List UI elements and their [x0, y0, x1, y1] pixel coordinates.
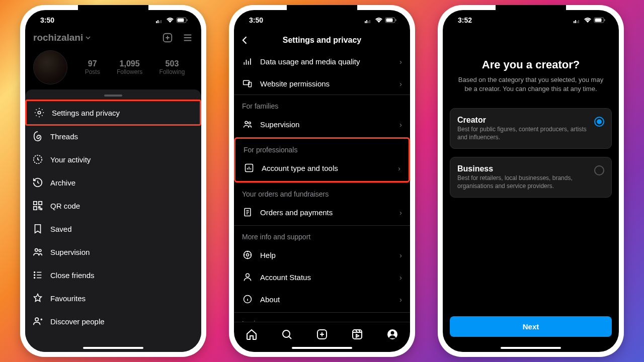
bars-icon	[242, 56, 253, 67]
avatar[interactable]	[33, 50, 67, 84]
receipt-icon	[242, 207, 253, 218]
svg-point-14	[39, 249, 41, 252]
person-icon	[242, 272, 253, 283]
menu-close-friends[interactable]: Close friends	[25, 263, 201, 287]
svg-rect-44	[578, 20, 579, 23]
battery-icon	[594, 17, 606, 23]
svg-point-15	[34, 272, 35, 273]
wifi-icon	[584, 17, 592, 23]
svg-rect-3	[160, 20, 162, 23]
battery-icon	[176, 17, 188, 23]
row-account-status[interactable]: Account Status ›	[234, 266, 410, 288]
menu-label: Your activity	[50, 155, 91, 164]
username-dropdown[interactable]: rochizalani	[33, 32, 91, 43]
status-indicators	[156, 17, 188, 23]
menu-favourites[interactable]: Favourites	[25, 287, 201, 310]
wifi-icon	[166, 17, 174, 23]
dual-sim-icon	[156, 18, 164, 23]
row-website[interactable]: Website permissions ›	[234, 72, 410, 95]
menu-sheet: Settings and privacy Threads Your activi…	[25, 89, 201, 352]
dual-sim-icon	[365, 18, 373, 23]
archive-icon	[32, 177, 43, 188]
svg-point-16	[34, 275, 35, 276]
row-account-type[interactable]: Account type and tools ›	[235, 157, 409, 179]
next-button[interactable]: Next	[450, 316, 612, 337]
row-orders[interactable]: Orders and payments ›	[234, 201, 410, 223]
svg-rect-6	[187, 19, 188, 21]
chart-box-icon	[244, 162, 255, 173]
status-indicators	[365, 17, 397, 23]
chevron-right-icon: ›	[399, 57, 402, 66]
home-indicator[interactable]	[292, 347, 352, 349]
svg-rect-25	[395, 19, 396, 21]
stat-posts[interactable]: 97 Posts	[85, 59, 100, 75]
activity-icon	[32, 154, 43, 165]
svg-rect-22	[369, 20, 370, 23]
dual-sim-icon	[574, 18, 582, 23]
svg-point-40	[391, 331, 394, 334]
menu-saved[interactable]: Saved	[25, 217, 201, 240]
tab-bar	[234, 322, 410, 346]
reels-icon[interactable]	[351, 328, 363, 340]
stat-followers[interactable]: 1,095 Followers	[117, 59, 142, 75]
row-help[interactable]: Help ›	[234, 244, 410, 266]
section-professionals: For professionals	[235, 139, 409, 157]
menu-settings-privacy[interactable]: Settings and privacy	[25, 100, 201, 126]
status-indicators	[574, 17, 606, 23]
menu-discover[interactable]: Discover people	[25, 310, 201, 333]
option-title: Business	[457, 164, 588, 173]
svg-rect-12	[34, 207, 37, 210]
threads-icon	[32, 131, 43, 142]
create-icon[interactable]	[162, 32, 173, 43]
svg-rect-21	[368, 21, 369, 23]
row-about[interactable]: About ›	[234, 288, 410, 310]
chevron-down-icon	[85, 35, 91, 41]
svg-rect-0	[156, 21, 157, 23]
menu-label: Supervision	[50, 248, 90, 256]
sheet-grabber[interactable]	[104, 95, 122, 97]
qr-icon	[32, 200, 43, 211]
option-creator[interactable]: Creator Best for public figures, content…	[450, 108, 612, 149]
chevron-right-icon: ›	[399, 208, 402, 217]
search-icon[interactable]	[281, 328, 293, 340]
option-desc: Best for retailers, local businesses, br…	[457, 174, 588, 190]
svg-rect-38	[353, 330, 362, 339]
section-families: For families	[234, 95, 410, 113]
info-icon	[242, 294, 253, 305]
menu-label: Saved	[50, 225, 72, 233]
chevron-right-icon: ›	[399, 295, 402, 304]
menu-archive[interactable]: Archive	[25, 171, 201, 194]
create-icon[interactable]	[316, 328, 328, 340]
svg-rect-24	[386, 19, 393, 22]
row-supervision[interactable]: Supervision ›	[234, 113, 410, 135]
menu-supervision[interactable]: Supervision	[25, 240, 201, 263]
settings-list[interactable]: Data usage and media quality › Website p…	[234, 50, 410, 322]
status-time: 3:50	[249, 16, 263, 24]
home-indicator[interactable]	[501, 347, 561, 349]
svg-point-34	[246, 274, 250, 277]
option-desc: Best for public figures, content produce…	[457, 126, 588, 141]
chevron-right-icon: ›	[399, 273, 402, 282]
stat-following[interactable]: 503 Following	[159, 59, 185, 75]
home-indicator[interactable]	[83, 347, 143, 349]
menu-label: QR code	[50, 202, 80, 210]
home-icon[interactable]	[246, 328, 258, 340]
radio-unselected[interactable]	[594, 165, 604, 175]
nav-header: Settings and privacy	[234, 30, 410, 50]
option-title: Creator	[457, 116, 588, 125]
profile-tab-icon[interactable]	[386, 328, 398, 340]
svg-rect-2	[159, 21, 160, 23]
svg-rect-43	[577, 21, 578, 23]
menu-qr[interactable]: QR code	[25, 194, 201, 217]
svg-point-28	[245, 121, 248, 124]
menu-threads[interactable]: Threads	[25, 125, 201, 148]
svg-point-17	[34, 278, 35, 279]
menu-activity[interactable]: Your activity	[25, 148, 201, 171]
hamburger-icon[interactable]	[182, 32, 193, 43]
list-icon	[32, 269, 43, 281]
row-data-usage[interactable]: Data usage and media quality ›	[234, 50, 410, 72]
option-business[interactable]: Business Best for retailers, local busin…	[450, 157, 612, 198]
svg-rect-5	[178, 19, 184, 22]
svg-rect-20	[366, 20, 367, 23]
radio-selected[interactable]	[594, 117, 604, 127]
